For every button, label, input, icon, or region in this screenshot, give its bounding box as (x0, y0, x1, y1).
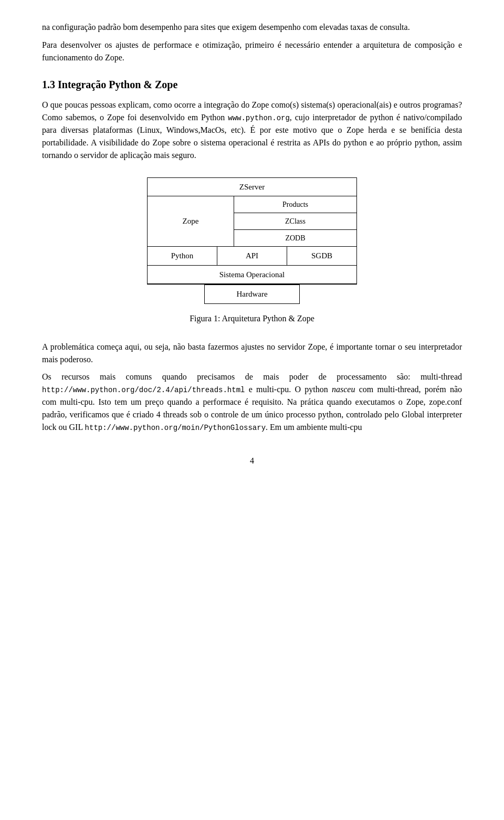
python-cell: Python (148, 247, 217, 265)
diagram-outer-box: ZServer Zope Products ZClass ZODB (147, 177, 357, 285)
section-heading: 1.3 Integração Python & Zope (42, 77, 462, 92)
page-number: 4 (42, 455, 462, 467)
p5-italic: nasceu (332, 385, 355, 394)
zodb-cell: ZODB (234, 230, 356, 246)
zclass-label: ZClass (285, 217, 306, 225)
hardware-box: Hardware (204, 285, 299, 304)
p5-code1: http://www.python.org/doc/2.4/api/thread… (42, 386, 245, 394)
hardware-label: Hardware (236, 290, 267, 298)
zope-row: Zope Products ZClass ZODB (148, 196, 356, 247)
page-content: na configuração padrão bom desempenho pa… (42, 21, 462, 467)
figure-caption: Figura 1: Arquitetura Python & Zope (190, 312, 314, 325)
paragraph-4: A problemática começa aqui, ou seja, não… (42, 341, 462, 366)
p5-code2: http://www.python.org/moin/PythonGlossar… (85, 424, 266, 432)
zserver-label: ZServer (239, 183, 265, 191)
architecture-diagram: ZServer Zope Products ZClass ZODB (142, 177, 362, 335)
p3-code: www.python.org (228, 114, 290, 122)
hardware-wrapper: Hardware (204, 285, 299, 304)
python-api-row: Python API SGDB (148, 247, 356, 266)
api-label: API (246, 251, 258, 260)
p5-end: . Em um ambiente multi-cpu (266, 423, 362, 432)
zodb-label: ZODB (285, 234, 305, 242)
p5-mid: e multi-cpu. O python (245, 385, 332, 394)
sgdb-label: SGDB (311, 251, 332, 260)
paragraph-1: na configuração padrão bom desempenho pa… (42, 21, 462, 34)
products-cell: Products (234, 196, 356, 213)
zope-label: Zope (183, 215, 199, 227)
sgdb-cell: SGDB (287, 247, 356, 265)
paragraph-5: Os recursos mais comuns quando precisamo… (42, 371, 462, 434)
so-row: Sistema Operacional (148, 266, 356, 285)
api-cell: API (217, 247, 287, 265)
products-label: Products (282, 201, 308, 208)
p5-start: Os recursos mais comuns quando precisamo… (42, 372, 462, 381)
paragraph-3: O que poucas pessoas explicam, como ocor… (42, 99, 462, 162)
so-label: Sistema Operacional (219, 270, 285, 279)
zope-label-cell: Zope (148, 196, 234, 246)
python-label: Python (171, 251, 194, 260)
zope-products-col: Products ZClass ZODB (234, 196, 356, 246)
zclass-cell: ZClass (234, 213, 356, 230)
zserver-row: ZServer (148, 178, 356, 197)
paragraph-2: Para desenvolver os ajustes de performac… (42, 39, 462, 64)
